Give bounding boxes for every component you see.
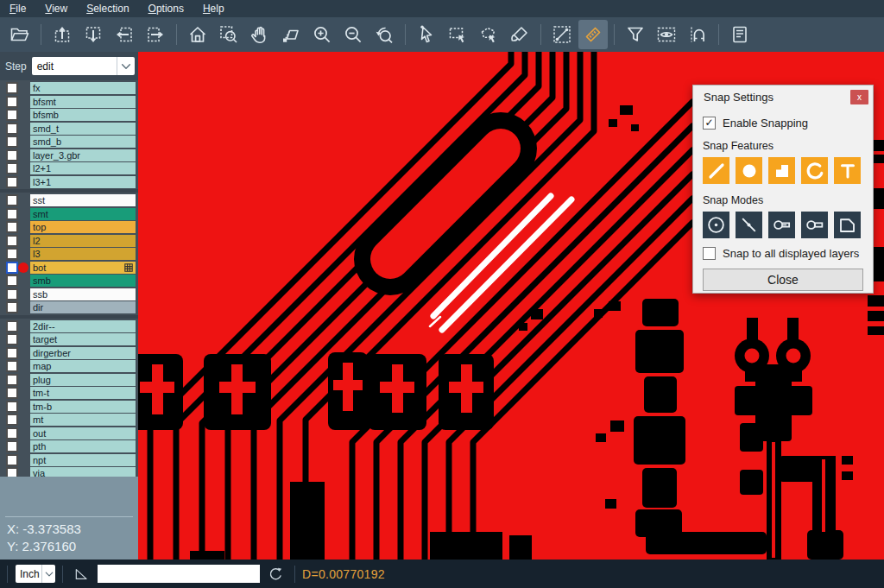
enable-snapping-checkbox[interactable]: ✓ xyxy=(703,117,716,130)
layer-visibility-checkbox[interactable] xyxy=(6,176,18,188)
layer-item-l2[interactable]: l2 xyxy=(30,235,136,247)
pan-down-button[interactable] xyxy=(79,20,108,49)
layer-item-fx[interactable]: fx xyxy=(30,82,136,94)
open-file-button[interactable] xyxy=(5,20,35,49)
pan-up-button[interactable] xyxy=(47,20,77,49)
select-brush-button[interactable] xyxy=(505,20,534,49)
select-rectangle-button[interactable] xyxy=(443,20,472,49)
zoom-previous-button[interactable] xyxy=(369,20,399,49)
snap-mode-slot-outline-button[interactable] xyxy=(801,212,828,238)
pan-left-button[interactable] xyxy=(110,20,139,49)
layer-item-mt[interactable]: mt xyxy=(30,414,136,426)
layer-item-out[interactable]: out xyxy=(30,427,136,439)
snap-mode-contour-button[interactable] xyxy=(834,212,861,238)
layer-visibility-checkbox[interactable] xyxy=(6,109,18,121)
report-button[interactable] xyxy=(725,20,755,49)
pan-hand-button[interactable] xyxy=(245,20,275,49)
layer-item-dir[interactable]: dir xyxy=(30,301,136,313)
layer-item-dirgerber[interactable]: dirgerber xyxy=(30,347,136,359)
pan-right-button[interactable] xyxy=(141,20,170,49)
snap-settings-button[interactable] xyxy=(683,20,712,49)
layer-visibility-checkbox[interactable] xyxy=(6,414,18,426)
zoom-in-button[interactable] xyxy=(307,20,337,49)
menu-selection[interactable]: Selection xyxy=(77,1,138,17)
snap-feature-line-button[interactable] xyxy=(703,157,729,184)
layer-visibility-checkbox[interactable] xyxy=(6,440,18,452)
layer-visibility-checkbox[interactable] xyxy=(6,347,18,359)
layer-item-smd_t[interactable]: smd_t xyxy=(30,123,136,135)
layer-item-pth[interactable]: pth xyxy=(30,440,136,452)
layer-visibility-checkbox[interactable] xyxy=(6,454,18,466)
layer-item-bfsmb[interactable]: bfsmb xyxy=(30,109,136,121)
measure-ruler-button[interactable] xyxy=(578,20,608,49)
layer-visibility-checkbox[interactable] xyxy=(6,360,18,372)
close-icon[interactable]: x xyxy=(850,90,868,104)
snap-feature-arc-button[interactable] xyxy=(801,157,828,184)
layer-visibility-checkbox[interactable] xyxy=(6,301,18,313)
zoom-region-button[interactable] xyxy=(214,20,243,49)
measure-distance-button[interactable] xyxy=(547,20,577,49)
layer-visibility-checkbox[interactable] xyxy=(6,320,18,332)
layer-visibility-checkbox[interactable] xyxy=(6,149,18,161)
menu-options[interactable]: Options xyxy=(139,1,193,17)
snap-feature-text-button[interactable] xyxy=(834,157,861,184)
select-polygon-button[interactable] xyxy=(474,20,503,49)
layer-visibility-checkbox[interactable] xyxy=(6,221,18,233)
refresh-icon[interactable] xyxy=(265,564,286,585)
layer-item-smd_b[interactable]: smd_b xyxy=(30,136,136,148)
layer-item-map[interactable]: map xyxy=(30,360,136,372)
command-input[interactable] xyxy=(98,565,260,583)
zoom-out-button[interactable] xyxy=(338,20,368,49)
snap-mode-slot-center-button[interactable] xyxy=(768,212,795,238)
layer-item-tm-t[interactable]: tm-t xyxy=(30,387,136,399)
snap-all-layers-checkbox[interactable] xyxy=(703,247,716,260)
layer-visibility-checkbox[interactable] xyxy=(6,401,18,413)
layer-item-bfsmt[interactable]: bfsmt xyxy=(30,96,136,108)
layer-item-target[interactable]: target xyxy=(30,333,136,345)
menu-help[interactable]: Help xyxy=(193,1,234,17)
layer-item-sst[interactable]: sst xyxy=(30,194,136,206)
snap-mode-center-button[interactable] xyxy=(703,212,729,238)
step-dropdown[interactable]: edit xyxy=(32,57,135,75)
layer-item-ssb[interactable]: ssb xyxy=(30,288,136,300)
layer-visibility-checkbox[interactable] xyxy=(6,208,18,220)
layer-visibility-checkbox[interactable] xyxy=(6,374,18,386)
layer-visibility-checkbox[interactable] xyxy=(6,288,18,300)
layer-item-tm-b[interactable]: tm-b xyxy=(30,401,136,413)
close-button[interactable]: Close xyxy=(703,269,863,291)
layer-visibility-checkbox[interactable] xyxy=(6,262,18,274)
layer-item-l2+1[interactable]: l2+1 xyxy=(30,162,136,174)
layer-item-l3[interactable]: l3 xyxy=(30,248,136,260)
snap-feature-surface-button[interactable] xyxy=(768,157,795,184)
layer-visibility-checkbox[interactable] xyxy=(6,275,18,287)
layer-item-npt[interactable]: npt xyxy=(30,454,136,466)
filter-button[interactable] xyxy=(621,20,650,49)
corner-snap-icon[interactable] xyxy=(72,564,92,585)
layer-visibility-checkbox[interactable] xyxy=(6,333,18,345)
view-selection-button[interactable] xyxy=(652,20,681,49)
layer-visibility-checkbox[interactable] xyxy=(6,96,18,108)
layer-item-smt[interactable]: smt xyxy=(30,208,136,220)
layer-visibility-checkbox[interactable] xyxy=(6,387,18,399)
unit-dropdown[interactable]: Inch xyxy=(16,565,55,583)
zoom-window-button[interactable] xyxy=(276,20,306,49)
layer-item-smb[interactable]: smb xyxy=(30,275,136,287)
layer-item-2dir--[interactable]: 2dir-- xyxy=(30,320,136,332)
layer-visibility-checkbox[interactable] xyxy=(6,123,18,135)
menu-view[interactable]: View xyxy=(35,1,77,17)
zoom-home-button[interactable] xyxy=(183,20,212,49)
layer-visibility-checkbox[interactable] xyxy=(6,162,18,174)
layer-visibility-checkbox[interactable] xyxy=(6,82,18,94)
layer-visibility-checkbox[interactable] xyxy=(6,427,18,439)
layer-visibility-checkbox[interactable] xyxy=(6,136,18,148)
layer-item-plug[interactable]: plug xyxy=(30,374,136,386)
select-pointer-button[interactable] xyxy=(412,20,441,49)
menu-file[interactable]: File xyxy=(0,1,35,17)
layer-visibility-checkbox[interactable] xyxy=(6,194,18,206)
layer-item-bot[interactable]: bot xyxy=(30,262,136,274)
layer-item-l3+1[interactable]: l3+1 xyxy=(30,176,136,188)
layer-visibility-checkbox[interactable] xyxy=(6,235,18,247)
layer-item-layer_3.gbr[interactable]: layer_3.gbr xyxy=(30,149,136,161)
layer-item-top[interactable]: top xyxy=(30,221,136,233)
snap-feature-circle-button[interactable] xyxy=(736,157,762,184)
